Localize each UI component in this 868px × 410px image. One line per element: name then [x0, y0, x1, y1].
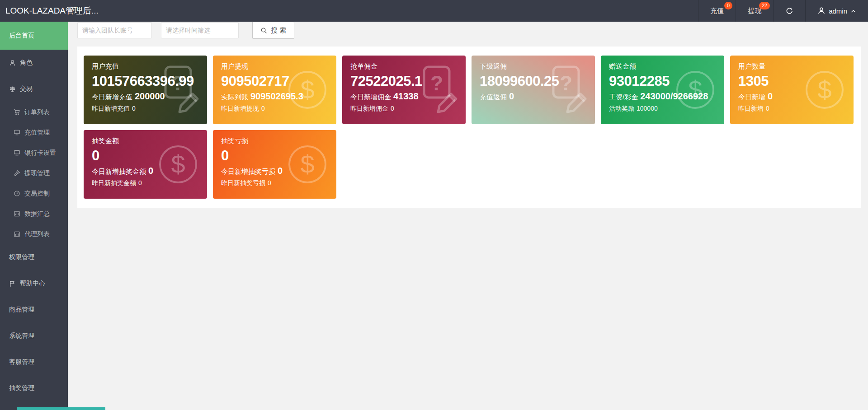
- search-icon: [260, 27, 267, 34]
- recharge-nav-item[interactable]: 充值 0: [698, 0, 736, 22]
- sidebar-item-data-summary[interactable]: 数据汇总: [0, 204, 68, 224]
- search-row: 搜 索: [77, 22, 861, 39]
- help-edit-icon: ?: [542, 63, 593, 116]
- sidebar-item-home[interactable]: 后台首页: [0, 22, 68, 50]
- stat-card-user-recharge: 用户充值 10157663396.99 今日新增充值200000 昨日新增充值0…: [84, 56, 207, 124]
- sidebar-item-label: 代理列表: [24, 230, 50, 238]
- search-button-label: 搜 索: [271, 26, 286, 35]
- username: admin: [829, 7, 847, 15]
- sidebar-item-label: 充值管理: [24, 129, 50, 137]
- refresh-icon: [785, 7, 793, 15]
- scales-icon: [9, 86, 16, 93]
- sidebar-item-label: 角色: [20, 59, 33, 67]
- app-title: LOOK-LAZADA管理后...: [0, 5, 99, 17]
- svg-text:$: $: [688, 75, 702, 104]
- sidebar-item-label: 订单列表: [24, 108, 50, 116]
- sidebar-item-label: 权限管理: [9, 253, 34, 261]
- stat-card-lottery-amount: 抽奖金额 0 今日新增抽奖金额0 昨日新抽奖金额0 $: [84, 130, 207, 199]
- sidebar-item-service-mgmt[interactable]: 客服管理: [0, 349, 68, 375]
- stat-card-gift-amount: 赠送金额 93012285 工资/彩金243000/9266928 活动奖励10…: [601, 56, 724, 124]
- bottom-accent-strip: [17, 407, 105, 410]
- sidebar-item-order-list[interactable]: 订单列表: [0, 102, 68, 122]
- bar-chart-icon: [14, 231, 20, 238]
- dollar-circle-icon: $: [286, 68, 329, 112]
- gauge-icon: [14, 190, 20, 197]
- sidebar-item-permission-mgmt[interactable]: 权限管理: [0, 244, 68, 270]
- withdraw-nav-item[interactable]: 提现 22: [736, 0, 773, 22]
- sidebar-item-agent-list[interactable]: 代理列表: [0, 224, 68, 244]
- sidebar-item-label: 商品管理: [9, 306, 34, 314]
- sidebar-item-label: 数据汇总: [24, 210, 50, 218]
- stat-card-lottery-loss: 抽奖亏损 0 今日新增抽奖亏损0 昨日新抽奖亏损0 $: [213, 130, 336, 199]
- gavel-icon: [14, 170, 20, 177]
- person-icon: [9, 60, 16, 66]
- dollar-circle-icon: $: [286, 143, 329, 186]
- chevron-up-icon: [850, 8, 856, 14]
- sidebar-item-withdraw-mgmt[interactable]: 提现管理: [0, 163, 68, 183]
- cart-icon: [14, 109, 20, 116]
- stat-card-user-withdraw: 用户提现 909502717 实际到账909502695.3 昨日新增提现0 $: [213, 56, 336, 124]
- svg-text:$: $: [171, 150, 185, 178]
- user-menu[interactable]: admin: [805, 0, 868, 22]
- recharge-badge: 0: [724, 2, 732, 9]
- stat-card-user-count: 用户数量 1305 今日新增0 昨日新增0 $: [730, 56, 854, 124]
- bar-chart-icon: [14, 210, 20, 217]
- help-edit-icon: ?: [155, 63, 205, 116]
- recharge-label: 充值: [710, 7, 724, 15]
- main-content: 条件搜索 搜 索 用户充值 10157663396.99 今日新增充值20000…: [68, 0, 868, 208]
- sidebar-item-label: 交易控制: [24, 190, 50, 198]
- stat-card-order-commission: 抢单佣金 72522025.1 今日新增佣金41338 昨日新增佣金0 ?: [342, 56, 466, 124]
- svg-text:?: ?: [172, 71, 184, 95]
- topbar-actions: 充值 0 提现 22 admin: [698, 0, 868, 22]
- stat-card-subordinate-rebate: 下级返佣 18099600.25 充值返佣0 ?: [472, 56, 595, 124]
- sidebar-item-label: 后台首页: [9, 32, 34, 40]
- sidebar: 后台首页 角色 交易 订单列表 充值管理 银行卡设置: [0, 22, 68, 410]
- search-button[interactable]: 搜 索: [252, 22, 294, 39]
- team-leader-account-input[interactable]: [77, 22, 152, 38]
- flag-icon: [9, 280, 16, 287]
- sidebar-item-bankcard-settings[interactable]: 银行卡设置: [0, 143, 68, 163]
- withdraw-badge: 22: [759, 2, 770, 9]
- sidebar-item-trade[interactable]: 交易: [0, 76, 68, 102]
- sidebar-item-label: 提现管理: [24, 169, 50, 177]
- display-icon: [14, 129, 20, 136]
- svg-text:?: ?: [430, 71, 443, 95]
- svg-text:$: $: [300, 75, 314, 104]
- sidebar-item-lottery-mgmt[interactable]: 抽奖管理: [0, 375, 68, 401]
- refresh-button[interactable]: [773, 0, 805, 22]
- stats-grid: 用户充值 10157663396.99 今日新增充值200000 昨日新增充值0…: [84, 56, 854, 199]
- svg-text:$: $: [300, 150, 314, 178]
- sidebar-item-product-mgmt[interactable]: 商品管理: [0, 297, 68, 323]
- dollar-circle-icon: $: [803, 68, 846, 112]
- dollar-circle-icon: $: [156, 143, 200, 186]
- sidebar-item-label: 交易: [20, 85, 33, 93]
- sidebar-item-help-center[interactable]: 帮助中心: [0, 270, 68, 297]
- stats-panel: 用户充值 10157663396.99 今日新增充值200000 昨日新增充值0…: [77, 47, 861, 208]
- sidebar-item-label: 银行卡设置: [24, 149, 56, 157]
- user-icon: [817, 7, 826, 15]
- display-icon: [14, 149, 20, 156]
- topbar: LOOK-LAZADA管理后... 充值 0 提现 22 admin: [0, 0, 868, 22]
- help-edit-icon: ?: [413, 63, 464, 116]
- svg-text:?: ?: [560, 71, 572, 95]
- sidebar-item-label: 抽奖管理: [9, 384, 34, 392]
- sidebar-item-recharge-mgmt[interactable]: 充值管理: [0, 122, 68, 143]
- sidebar-item-trade-control[interactable]: 交易控制: [0, 183, 68, 204]
- svg-text:$: $: [817, 75, 831, 104]
- dollar-circle-icon: $: [674, 68, 717, 112]
- sidebar-item-system-mgmt[interactable]: 系统管理: [0, 323, 68, 349]
- time-filter-input[interactable]: [161, 22, 239, 38]
- sidebar-item-label: 客服管理: [9, 358, 34, 366]
- sidebar-item-label: 帮助中心: [20, 280, 45, 288]
- sidebar-item-label: 系统管理: [9, 332, 34, 340]
- sidebar-item-role[interactable]: 角色: [0, 50, 68, 76]
